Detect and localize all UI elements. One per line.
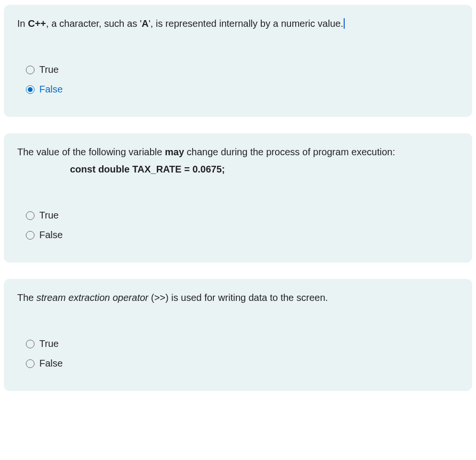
question-prompt: The stream extraction operator (>>) is u… — [17, 290, 459, 305]
option-label: False — [39, 84, 63, 95]
question-prompt: The value of the following variable may … — [17, 145, 459, 176]
option-false[interactable]: False — [26, 358, 459, 369]
prompt-text: A — [142, 18, 149, 29]
question-card: The value of the following variable may … — [4, 133, 472, 263]
code-line: const double TAX_RATE = 0.0675; — [70, 162, 459, 176]
radio-icon[interactable] — [26, 231, 35, 240]
option-false[interactable]: False — [26, 230, 459, 241]
prompt-text: In — [17, 18, 28, 29]
prompt-text: stream extraction operator — [36, 292, 148, 303]
prompt-text: change during the process of program exe… — [184, 147, 395, 157]
radio-icon[interactable] — [26, 85, 35, 94]
options-group: TrueFalse — [17, 210, 459, 241]
radio-icon[interactable] — [26, 211, 35, 220]
options-group: TrueFalse — [17, 338, 459, 369]
question-card: The stream extraction operator (>>) is u… — [4, 279, 472, 391]
radio-icon[interactable] — [26, 359, 35, 368]
prompt-text: The value of the following variable — [17, 147, 165, 157]
option-label: True — [39, 210, 58, 221]
option-label: True — [39, 338, 58, 349]
prompt-text: The — [17, 292, 36, 303]
option-label: False — [39, 230, 63, 241]
text-cursor — [344, 18, 345, 29]
option-true[interactable]: True — [26, 338, 459, 349]
option-false[interactable]: False — [26, 84, 459, 95]
prompt-text: (>>) is used for writing data to the scr… — [148, 292, 328, 303]
prompt-text: , a character, such as ' — [46, 18, 141, 29]
radio-icon[interactable] — [26, 340, 35, 348]
option-true[interactable]: True — [26, 64, 459, 75]
option-label: True — [39, 64, 58, 75]
prompt-text: ', is represented internally by a numeri… — [149, 18, 343, 29]
option-true[interactable]: True — [26, 210, 459, 221]
question-card: In C++, a character, such as 'A', is rep… — [4, 5, 472, 117]
option-label: False — [39, 358, 63, 369]
prompt-text: may — [165, 147, 184, 157]
options-group: TrueFalse — [17, 64, 459, 95]
prompt-text: C++ — [28, 18, 46, 29]
question-prompt: In C++, a character, such as 'A', is rep… — [17, 16, 459, 31]
radio-icon[interactable] — [26, 66, 35, 74]
